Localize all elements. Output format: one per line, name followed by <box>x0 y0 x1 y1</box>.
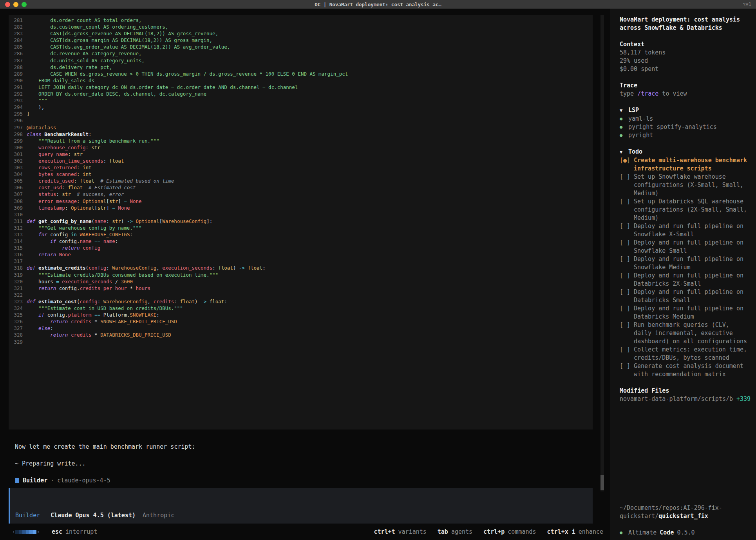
window-titlebar: OC | NovaMart deployment: cost analysis … <box>0 0 756 9</box>
shortcut-hint: ctrl+tvariants <box>374 528 426 535</box>
shortcut-hint: ctrl+pcommands <box>483 528 536 535</box>
shortcut-hint: tabagents <box>438 528 472 535</box>
todo-checkbox: [ ] <box>620 173 634 198</box>
workspace-path: ~/Documents/repos:AI-296-fix- quickstart… <box>620 504 752 520</box>
input-agent-label[interactable]: Builder <box>15 512 40 519</box>
code-line: 321 return config.credits_per_hour * hou… <box>9 285 593 292</box>
brand-name: Altimate <box>628 529 657 537</box>
todo-item: [ ]Deploy and run full pipeline on Datab… <box>620 272 752 288</box>
lsp-server-item: ●yaml-ls <box>620 115 752 123</box>
shortcut-hint: ctrl+x ienhance <box>547 528 603 535</box>
lsp-heading[interactable]: ▼LSP <box>620 106 752 115</box>
code-line: 305 credits_used: float # Estimated base… <box>9 178 593 184</box>
workspace-name: quickstart_fix <box>658 513 708 520</box>
window-title: OC | NovaMart deployment: cost analysis … <box>0 2 756 7</box>
collapse-triangle-icon: ▼ <box>620 107 628 115</box>
code-line: 303 rows_returned: int <box>9 164 593 171</box>
code-line: 289 CASE WHEN ds.gross_revenue > 0 THEN … <box>9 71 593 77</box>
todo-item: [ ]Set up Snowflake warehouse configurat… <box>620 173 752 198</box>
code-line: 284 CAST(ds.gross_margin AS DECIMAL(18,2… <box>9 37 593 43</box>
todo-item: [ ]Deploy and run full pipeline on Snowf… <box>620 222 752 239</box>
lsp-items: ●yaml-ls●pyright spotify-analytics●pyrig… <box>620 115 752 140</box>
code-line: 283 CAST(ds.gross_revenue AS DECIMAL(18,… <box>9 30 593 37</box>
main-pane: 281 ds.order_count AS total_orders,282 d… <box>0 9 610 540</box>
todo-item: [ ]Deploy and run full pipeline on Snowf… <box>620 255 752 272</box>
code-line: 304 bytes_scanned: int <box>9 171 593 178</box>
input-model-label[interactable]: Claude Opus 4.5 (latest) <box>51 512 136 519</box>
todo-item: [ ]Collect metrics: execution time, cred… <box>620 346 752 362</box>
todo-checkbox: [ ] <box>620 255 634 272</box>
esc-key-hint: esc <box>52 528 62 535</box>
code-line: 327 else: <box>9 325 593 332</box>
code-line: 310 <box>9 211 593 218</box>
code-line: 306 cost_usd: float # Estimated cost <box>9 184 593 191</box>
trace-hint: type /trace to view <box>620 90 752 98</box>
tool-status-text: ~ Preparing write... <box>15 460 610 467</box>
code-line: 281 ds.order_count AS total_orders, <box>9 17 593 24</box>
todo-checkbox: [ ] <box>620 198 634 222</box>
lsp-status-dot-icon: ● <box>620 131 628 140</box>
code-line: 294 ), <box>9 104 593 111</box>
code-line: 300 warehouse_config: str <box>9 144 593 151</box>
app-version: 0.5.0 <box>677 529 695 537</box>
code-line: 309 timestamp: Optional[str] = None <box>9 205 593 211</box>
todo-item: [ ]Set up Databricks SQL warehouse confi… <box>620 198 752 222</box>
code-line: 288 ds.delivery_rate_pct, <box>9 64 593 71</box>
context-spent: $0.00 spent <box>620 65 752 73</box>
todo-section: ▼Todo [●]Create multi-warehouse benchmar… <box>620 148 752 379</box>
todo-checkbox: [ ] <box>620 272 634 288</box>
scrollbar-thumb[interactable] <box>600 475 604 490</box>
todo-checkbox: [●] <box>620 156 634 173</box>
code-line: 328 return credits * DATABRICKS_DBU_PRIC… <box>9 332 593 338</box>
input-provider-label: Anthropic <box>143 512 174 519</box>
modified-files-section: Modified Files novamart-data-platform/sc… <box>620 387 752 403</box>
context-heading: Context <box>620 40 752 49</box>
trace-command: /trace <box>637 90 658 97</box>
code-line: 316 return None <box>9 251 593 258</box>
modified-files-heading: Modified Files <box>620 387 752 395</box>
lsp-status-dot-icon: ● <box>620 115 628 123</box>
todo-checkbox: [ ] <box>620 321 634 346</box>
code-line: 308 error_message: Optional[str] = None <box>9 198 593 205</box>
agent-attribution-row: Builder · claude-opus-4-5 <box>15 477 610 484</box>
code-line: 329 <box>9 339 593 345</box>
code-line: 307 status: str # success, error <box>9 191 593 198</box>
input-meta-row: Builder Claude Opus 4.5 (latest) Anthrop… <box>15 512 174 519</box>
context-used: 29% used <box>620 57 752 65</box>
todo-items: [●]Create multi-warehouse benchmark infr… <box>620 156 752 379</box>
chat-area: Now let me create the main benchmark run… <box>15 444 610 484</box>
status-bar: esc interrupt ctrl+tvariantstabagentsctr… <box>0 524 610 540</box>
todo-checkbox: [ ] <box>620 304 634 321</box>
code-line: 325 if config.platform == Platform.SNOWF… <box>9 312 593 318</box>
code-line: 286 dc.revenue AS category_revenue, <box>9 50 593 57</box>
window-shortcut-hint: ⌥⌘1 <box>743 2 751 7</box>
brand-product: Code <box>660 529 674 537</box>
code-line: 320 hours = execution_seconds / 3600 <box>9 278 593 285</box>
todo-checkbox: [ ] <box>620 239 634 255</box>
todo-heading[interactable]: ▼Todo <box>620 148 752 156</box>
prompt-input[interactable]: Builder Claude Opus 4.5 (latest) Anthrop… <box>9 488 593 524</box>
lsp-server-item: ●pyright spotify-analytics <box>620 123 752 131</box>
code-line: 299 """Result from a single benchmark ru… <box>9 138 593 144</box>
code-line: 296 <box>9 117 593 124</box>
code-line: 324 """Estimate cost in USD based on cre… <box>9 305 593 312</box>
todo-item: [ ]Deploy and run full pipeline on Snowf… <box>620 239 752 255</box>
assistant-message: Now let me create the main benchmark run… <box>15 444 610 450</box>
code-line: 291 LEFT JOIN daily_category dc ON ds.or… <box>9 84 593 91</box>
session-title: NovaMart deployment: cost analysis acros… <box>620 16 746 32</box>
code-viewer: 281 ds.order_count AS total_orders,282 d… <box>9 15 593 429</box>
lsp-status-dot-icon: ● <box>620 123 628 131</box>
main-scrollbar[interactable] <box>600 15 604 491</box>
todo-checkbox: [ ] <box>620 362 634 379</box>
todo-item: [ ]Run benchmark queries (CLV, daily inc… <box>620 321 752 346</box>
agent-color-chip-icon <box>15 478 19 483</box>
todo-item: [ ]Deploy and run full pipeline on Datab… <box>620 288 752 304</box>
code-line: 282 ds.customer_count AS ordering_custom… <box>9 24 593 30</box>
sidebar: NovaMart deployment: cost analysis acros… <box>610 9 756 540</box>
code-line: 293 """ <box>9 97 593 104</box>
agent-name: Builder <box>23 477 47 484</box>
context-tokens: 58,117 tokens <box>620 49 752 57</box>
code-lines: 281 ds.order_count AS total_orders,282 d… <box>9 17 593 345</box>
trace-heading: Trace <box>620 82 752 90</box>
lsp-server-item: ●pyright <box>620 131 752 140</box>
